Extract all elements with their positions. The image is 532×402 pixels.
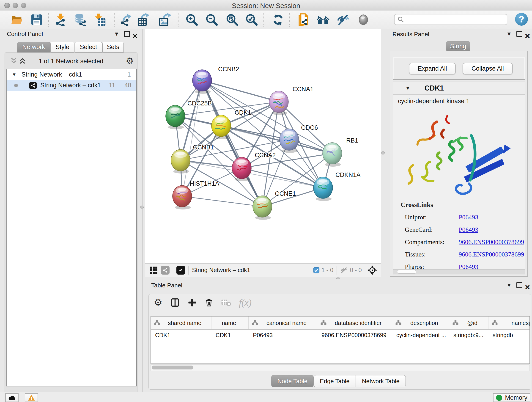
tab-node-table[interactable]: Node Table [271, 375, 314, 387]
string-home-button[interactable] [316, 12, 330, 27]
save-session-button[interactable] [29, 12, 44, 27]
selected-checkbox-icon[interactable] [313, 267, 320, 274]
network-options-gear-icon[interactable]: ⚙ [126, 56, 133, 66]
network-node[interactable] [323, 143, 342, 167]
cdk1-card-header[interactable]: ▼ CDK1 [393, 82, 525, 95]
fit-selected-crosshair-icon[interactable] [367, 265, 377, 275]
column-header[interactable]: shared name [151, 317, 211, 329]
table-cell[interactable]: CDK1 [211, 332, 249, 338]
table-cell[interactable]: P06493 [249, 332, 317, 338]
import-table-file-button[interactable] [93, 12, 107, 27]
memory-label: Memory [505, 394, 527, 401]
results-horizontal-scrollbar[interactable] [393, 269, 525, 274]
collapse-panel-icon[interactable]: ▼ [506, 282, 512, 288]
zoom-fit-button[interactable] [225, 12, 239, 27]
vertical-splitter-handle[interactable] [140, 206, 144, 209]
zoom-in-button[interactable] [184, 12, 199, 27]
crosslink-link[interactable]: 9606.ENSP00000378699 [459, 238, 524, 246]
close-panel-icon[interactable]: × [133, 33, 138, 39]
refresh-layout-button[interactable] [271, 12, 285, 27]
table-cell[interactable]: stringdb [488, 332, 530, 338]
memory-button[interactable]: Memory [493, 393, 530, 402]
crosslink-link[interactable]: P06493 [459, 214, 478, 221]
column-header[interactable]: @id [449, 317, 488, 329]
tab-network[interactable]: Network [17, 42, 50, 52]
network-node[interactable] [253, 196, 272, 220]
network-node[interactable] [166, 105, 185, 129]
network-node[interactable] [172, 185, 192, 210]
network-edge[interactable] [182, 196, 262, 206]
network-list: ▼ String Network – cdk1 1 String Network… [6, 69, 137, 386]
hidden-eye-icon[interactable] [340, 266, 348, 274]
export-image-button[interactable] [157, 12, 172, 27]
network-node[interactable] [269, 91, 288, 115]
column-header[interactable]: canonical name [249, 317, 317, 329]
column-header[interactable]: description [392, 317, 449, 329]
collapse-entry-icon[interactable]: ▼ [405, 85, 410, 91]
tab-network-table[interactable]: Network Table [356, 375, 406, 387]
open-in-window-icon[interactable] [177, 266, 185, 274]
tab-style[interactable]: Style [51, 42, 75, 52]
zoom-out-icon [205, 13, 218, 26]
share-view-icon[interactable] [161, 266, 170, 274]
network-node[interactable] [313, 177, 333, 201]
column-header[interactable]: database identifier [317, 317, 392, 329]
add-column-icon[interactable] [188, 298, 197, 307]
table-horizontal-scrollbar[interactable] [151, 364, 530, 371]
crosslink-link[interactable]: P06493 [459, 226, 478, 233]
tab-string[interactable]: String [446, 41, 470, 51]
tab-edge-table[interactable]: Edge Table [314, 375, 356, 387]
export-network-button[interactable] [119, 12, 133, 27]
network-canvas[interactable]: CCNB2CCNA1CDC25BCDK1CDC6RB1CCNB1CCNA2CDK… [145, 29, 381, 263]
import-network-file-button[interactable] [53, 12, 68, 27]
column-header[interactable]: name [211, 317, 249, 329]
show-columns-icon[interactable] [170, 298, 180, 307]
zoom-out-button[interactable] [204, 12, 219, 27]
column-header[interactable]: namespace [488, 317, 530, 329]
crosslink-link[interactable]: 9606.ENSP00000378699 [459, 251, 524, 258]
scrollbar-thumb[interactable] [397, 270, 416, 274]
float-panel-icon[interactable] [516, 282, 522, 288]
open-file-button[interactable] [10, 12, 24, 27]
network-collection-row[interactable]: ▼ String Network – cdk1 1 [7, 69, 136, 80]
zoom-selected-button[interactable] [244, 12, 259, 27]
network-node[interactable] [211, 115, 231, 139]
network-node[interactable] [171, 149, 190, 173]
table-cell[interactable]: CDK1 [151, 332, 211, 338]
string-visibility-button[interactable] [336, 12, 350, 27]
search-icon [397, 16, 404, 23]
search-input[interactable] [404, 16, 501, 23]
crosslink-row: Tissues:9606.ENSP00000378699 [405, 251, 525, 258]
table-cell[interactable]: 9606.ENSP00000378699 [317, 332, 392, 338]
network-graph[interactable]: CCNB2CCNA1CDC25BCDK1CDC6RB1CCNB1CCNA2CDK… [145, 29, 381, 263]
tab-sets[interactable]: Sets [102, 42, 124, 52]
close-panel-icon[interactable]: × [525, 285, 530, 290]
cloud-status-button[interactable] [5, 393, 19, 402]
delete-table-icon[interactable] [221, 298, 231, 307]
tab-select[interactable]: Select [75, 42, 102, 52]
function-builder-icon[interactable]: f(x) [239, 297, 252, 308]
vertical-splitter-handle[interactable] [381, 151, 385, 154]
import-network-database-button[interactable] [73, 12, 88, 27]
table-cell[interactable]: stringdb:9... [449, 332, 488, 338]
float-panel-icon[interactable] [516, 31, 522, 37]
table-settings-gear-icon[interactable]: ⚙ [154, 298, 162, 307]
collapse-all-button[interactable]: Collapse All [462, 63, 513, 75]
network-row-selected[interactable]: String Network – cdk1 11 48 [7, 80, 136, 91]
table-row[interactable]: CDK1CDK1P064939606.ENSP00000378699cyclin… [151, 330, 530, 340]
scrollbar-thumb[interactable] [152, 366, 193, 370]
close-panel-icon[interactable]: × [525, 33, 530, 39]
collapse-panel-icon[interactable]: ▼ [114, 31, 119, 37]
collapse-panel-icon[interactable]: ▼ [506, 31, 512, 37]
float-panel-icon[interactable] [124, 31, 130, 37]
string-import-button[interactable] [296, 12, 311, 27]
string-sphere-button[interactable] [356, 12, 371, 27]
export-table-button[interactable] [137, 12, 151, 27]
tree-expander-icon[interactable]: ▼ [12, 72, 17, 77]
grid-view-icon[interactable] [150, 266, 158, 274]
help-button[interactable]: ? [515, 13, 528, 26]
delete-column-trash-icon[interactable] [205, 298, 213, 307]
expand-all-button[interactable]: Expand All [409, 63, 456, 75]
table-cell[interactable]: cyclin-dependent ... [392, 332, 449, 338]
warning-status-button[interactable] [25, 393, 38, 402]
